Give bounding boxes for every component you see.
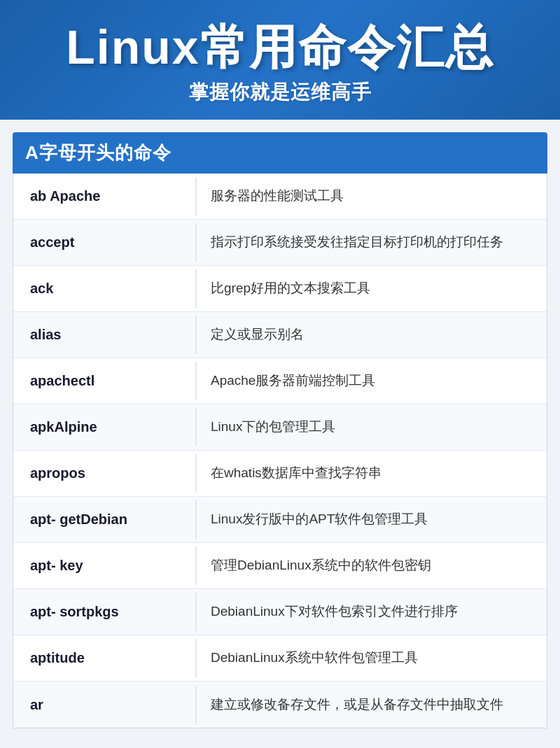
command-desc: Linux发行版中的APT软件包管理工具 [195, 500, 547, 539]
command-name: alias [13, 316, 195, 353]
header-section: Linux常用命令汇总 掌握你就是运维高手 [0, 0, 560, 120]
table-row: accept指示打印系统接受发往指定目标打印机的打印任务 [13, 220, 547, 266]
command-desc: Linux下的包管理工具 [195, 408, 547, 446]
command-desc: 比grep好用的文本搜索工具 [195, 269, 547, 308]
section-header: A字母开头的命令 [13, 132, 547, 174]
table-row: ack比grep好用的文本搜索工具 [13, 266, 547, 312]
table-row: alias定义或显示别名 [13, 312, 547, 358]
command-desc: 在whatis数据库中查找字符串 [195, 454, 547, 493]
table-row: apt- key管理DebianLinux系统中的软件包密钥 [13, 543, 547, 589]
command-desc: DebianLinux系统中软件包管理工具 [195, 639, 547, 677]
table-row: apt- sortpkgsDebianLinux下对软件包索引文件进行排序 [13, 589, 547, 635]
command-name: apropos [13, 454, 195, 492]
table-row: ab Apache服务器的性能测试工具 [13, 174, 547, 220]
table-row: apkAlpineLinux下的包管理工具 [13, 404, 547, 451]
command-name: apt- sortpkgs [13, 593, 195, 630]
table-row: apt- getDebianLinux发行版中的APT软件包管理工具 [13, 497, 547, 543]
commands-table: ab Apache服务器的性能测试工具accept指示打印系统接受发往指定目标打… [13, 174, 547, 728]
table-row: apachectlApache服务器前端控制工具 [13, 358, 547, 404]
section-header-text: A字母开头的命令 [25, 142, 172, 163]
command-desc: Apache服务器前端控制工具 [195, 362, 547, 400]
command-name: ack [13, 269, 195, 307]
command-name: ab Apache [13, 177, 195, 215]
command-desc: 建立或修改备存文件，或是从备存文件中抽取文件 [195, 686, 547, 724]
content-section: A字母开头的命令 ab Apache服务器的性能测试工具accept指示打印系统… [0, 120, 560, 748]
command-desc: 指示打印系统接受发往指定目标打印机的打印任务 [195, 223, 547, 262]
command-name: apkAlpine [13, 408, 195, 446]
command-name: apt- getDebian [13, 500, 195, 538]
table-row: apropos在whatis数据库中查找字符串 [13, 451, 547, 497]
command-desc: DebianLinux下对软件包索引文件进行排序 [195, 593, 547, 631]
command-name: apachectl [13, 362, 195, 400]
command-name: apt- key [13, 546, 195, 584]
command-name: ar [13, 686, 195, 724]
command-name: accept [13, 223, 195, 261]
table-row: ar建立或修改备存文件，或是从备存文件中抽取文件 [13, 682, 547, 728]
command-desc: 服务器的性能测试工具 [195, 177, 547, 216]
command-desc: 管理DebianLinux系统中的软件包密钥 [195, 546, 547, 585]
command-desc: 定义或显示别名 [195, 316, 547, 354]
command-name: aptitude [13, 639, 195, 677]
table-row: aptitudeDebianLinux系统中软件包管理工具 [13, 635, 547, 682]
sub-title: 掌握你就是运维高手 [28, 79, 532, 106]
main-title: Linux常用命令汇总 [28, 21, 532, 73]
page-container: Linux常用命令汇总 掌握你就是运维高手 A字母开头的命令 ab Apache… [0, 0, 560, 748]
